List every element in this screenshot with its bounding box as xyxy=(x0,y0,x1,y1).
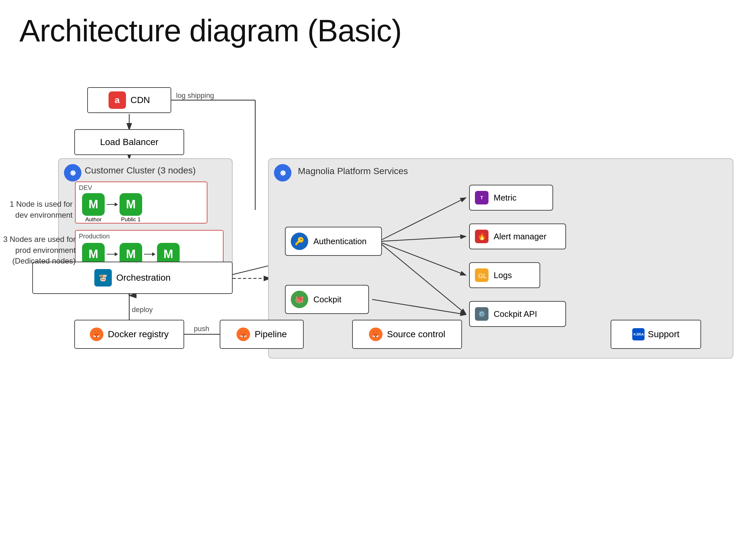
gitlab-source-icon: 🦊 xyxy=(369,327,383,341)
rancher-icon: 🐮 xyxy=(94,269,112,286)
authentication-box: 🔑 Authentication xyxy=(285,227,382,256)
jira-icon: ✕JIRA xyxy=(632,328,644,340)
orchestration-box: 🐮 Orchestration xyxy=(32,262,233,294)
orch-label: Orchestration xyxy=(116,273,170,283)
auth-label: Authentication xyxy=(313,237,367,247)
thanos-icon: T xyxy=(475,191,489,204)
svg-line-34 xyxy=(382,237,466,241)
gitlab-pipeline-icon: 🦊 xyxy=(237,327,250,341)
page-title: Architecture diagram (Basic) xyxy=(0,0,756,55)
lb-label: Load Balancer xyxy=(100,137,159,147)
support-box: ✕JIRA Support xyxy=(611,320,701,349)
load-balancer-box: Load Balancer xyxy=(74,129,184,155)
dev-public1: M Public 1 xyxy=(120,193,142,216)
cdn-box: a CDN xyxy=(87,87,171,113)
cockpit-label: Cockpit xyxy=(313,295,342,305)
cockpit-api-icon: ⚙️ xyxy=(475,307,489,321)
three-nodes-annotation: 3 Nodes are used for prod environment (D… xyxy=(3,234,76,266)
dev-public1-label: Public 1 xyxy=(120,217,142,223)
cockpit-api-label: Cockpit API xyxy=(494,309,537,319)
docker-registry-box: 🦊 Docker registry xyxy=(74,320,184,349)
alert-manager-box: 🔥 Alert manager xyxy=(469,224,566,249)
alert-label: Alert manager xyxy=(494,232,546,242)
k8s-icon: ⎈ xyxy=(64,164,82,181)
svg-line-33 xyxy=(382,198,466,240)
source-control-box: 🦊 Source control xyxy=(352,320,462,349)
logs-box: GL Logs xyxy=(469,262,540,288)
svg-text:GL: GL xyxy=(478,272,487,279)
cockpit-icon: 🐙 xyxy=(291,291,308,308)
alert-icon: 🔥 xyxy=(475,230,489,243)
prod-label: Production xyxy=(79,233,110,240)
dev-env-box: DEV M Author M Public 1 xyxy=(75,181,208,224)
support-label: Support xyxy=(648,329,679,339)
svg-line-36 xyxy=(382,245,466,314)
deploy-label: deploy xyxy=(132,305,153,314)
pipeline-box: 🦊 Pipeline xyxy=(220,320,304,349)
metric-box: T Metric xyxy=(469,185,553,211)
logs-label: Logs xyxy=(494,270,512,280)
one-node-annotation: 1 Node is used for dev environment xyxy=(10,198,73,220)
source-label: Source control xyxy=(387,329,446,339)
cdn-label: CDN xyxy=(131,95,150,105)
log-shipping-label: log shipping xyxy=(176,92,214,100)
cluster-title: Customer Cluster (3 nodes) xyxy=(85,165,196,176)
cockpit-api-box: ⚙️ Cockpit API xyxy=(469,301,566,327)
diagram-area: log shipping consume read & operate read… xyxy=(0,55,756,552)
gitlab-docker-icon: 🦊 xyxy=(90,327,103,341)
cockpit-box: 🐙 Cockpit xyxy=(285,285,369,314)
dev-author: M Author xyxy=(82,193,105,216)
grafana-icon: GL xyxy=(475,268,489,282)
platform-title: Magnolia Platform Services xyxy=(298,166,408,176)
dev-author-label: Author xyxy=(82,217,105,223)
auth-icon: 🔑 xyxy=(291,233,308,250)
metric-label: Metric xyxy=(494,193,517,203)
dev-label: DEV xyxy=(79,184,92,191)
pipeline-label: Pipeline xyxy=(255,329,287,339)
platform-k8s-icon: ⎈ xyxy=(274,164,291,181)
svg-line-37 xyxy=(372,299,466,315)
svg-line-35 xyxy=(382,243,466,275)
docker-label: Docker registry xyxy=(108,329,169,339)
push-label: push xyxy=(194,324,209,333)
